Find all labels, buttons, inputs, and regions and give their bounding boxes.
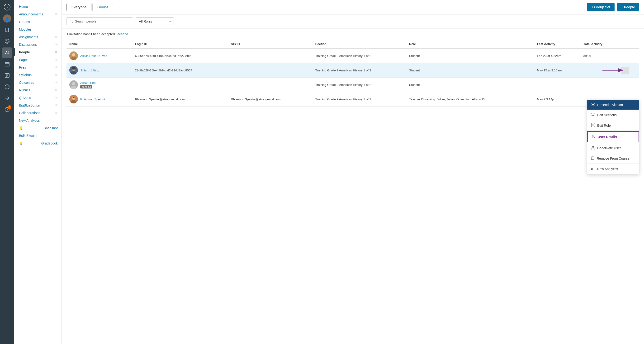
calendar-icon[interactable] [2,59,12,69]
svg-point-41 [593,135,594,137]
col-actions [618,40,639,48]
pending-badge: pending [80,85,92,88]
user-name-link[interactable]: Rhiannon Spetrini [80,97,105,101]
more-actions-button[interactable]: ⋮ [621,81,629,88]
svg-rect-27 [72,67,76,69]
group-set-button[interactable]: + Group Set [587,3,614,11]
sidebar-item-modules[interactable]: Modules [14,26,62,33]
top-actions: + Group Set + People [587,3,639,11]
notification-icon[interactable]: ? 3 [2,104,12,115]
people-icon[interactable] [2,47,12,58]
role-cell: Teacher Observing: Julian, Julian, Obser… [406,92,534,106]
sidebar-item-bulk-excuse[interactable]: Bulk Excuse [14,132,62,139]
sidebar-item-home[interactable]: Home [14,3,62,10]
menu-item-user-details[interactable]: User Details [587,131,639,142]
actions-cell: ⋮ [618,48,639,63]
search-input-wrap[interactable] [66,17,133,25]
eye-icon: 👁 [54,111,58,115]
svg-point-42 [592,146,594,148]
eye-icon: 👁 [54,12,58,16]
sidebar-item-syllabus[interactable]: Syllabus 👁 [14,71,62,79]
invitation-banner: 1 invitation hasn't been accepted. Resen… [66,32,639,36]
sidebar-item-discussions[interactable]: Discussions 👁 [14,41,62,48]
sidebar-item-outcomes[interactable]: Outcomes 👁 [14,79,62,86]
user-details-icon [592,134,595,139]
add-people-button[interactable]: + People [617,3,639,11]
sidebar-item-rubrics[interactable]: Rubrics 👁 [14,86,62,94]
search-input[interactable] [75,19,130,23]
sidebar-item-announcements[interactable]: Announcements 👁 [14,10,62,18]
svg-point-3 [6,40,8,42]
arrow-annotation [602,67,626,74]
sidebar-item-collaborations[interactable]: Collaborations 👁 [14,109,62,117]
col-login-id: Login ID [132,40,228,48]
eye-icon: 👁 [54,43,58,46]
menu-item-label: Edit Sections [597,113,617,117]
notification-badge: 3 [8,105,12,109]
more-actions-button[interactable]: ⋮ [621,52,629,59]
user-row: Rhiannon Spetrini [69,95,130,103]
sidebar-item-snapshot[interactable]: 💡 Snapshot [14,124,62,132]
search-icon [70,19,73,23]
logo-icon[interactable]: ✦ [2,2,12,12]
last-activity-cell [534,78,580,92]
sidebar-item-pages[interactable]: Pages 👁 [14,56,62,64]
menu-item-label: Deactivate User [597,146,621,150]
total-activity-cell [580,78,618,92]
menu-item-deactivate-user[interactable]: Deactivate User [587,143,639,153]
tab-everyone[interactable]: Everyone [66,3,92,11]
last-activity-cell: May 2 3:14p [534,92,580,106]
eye-icon: 👁 [54,73,58,77]
clock-icon[interactable] [2,82,12,92]
bookmark-icon[interactable] [2,25,12,35]
avatar [69,66,78,74]
sidebar-item-bigbluebutton[interactable]: BigBlueButton 👁 [14,101,62,109]
login-id-cell: 6386e678-43fd-4104-bb4b-6d1a6277ffc6 [132,48,228,63]
menu-item-edit-sections[interactable]: Edit Sections [587,110,639,120]
eye-icon: 👁 [54,66,58,69]
avatar [69,51,78,60]
svg-rect-6 [5,62,9,66]
eye-icon: 👁 [54,81,58,84]
eye-icon: 👁 [54,88,58,92]
svg-point-4 [6,51,7,52]
sidebar-item-gradebook[interactable]: 💡 Gradebook [14,139,62,147]
menu-item-resend-invitation[interactable]: Resend Invitation [587,100,639,110]
sidebar-item-people[interactable]: People 👁 [14,48,62,56]
sidebar-item-grades[interactable]: Grades [14,18,62,26]
login-id-cell [132,78,228,92]
tab-groups[interactable]: Groups [92,3,113,11]
scissors-icon [591,113,595,117]
sidebar-item-assignments[interactable]: Assignments 👁 [14,33,62,41]
menu-item-label: User Details [598,135,617,139]
resend-link[interactable]: Resend [116,32,128,36]
list-icon[interactable] [2,70,12,81]
col-name: Name [66,40,132,48]
profile-avatar[interactable]: 👤 [2,13,12,24]
chat-icon[interactable] [2,36,12,46]
actions-cell: ⋮ [618,63,639,78]
user-name-link[interactable]: Allison Kim [80,81,96,84]
menu-item-edit-role[interactable]: Edit Role [587,120,639,131]
svg-rect-48 [591,168,592,170]
context-menu: Resend Invitation Edit Sections Edit Rol… [587,100,639,174]
sidebar-item-quizzes[interactable]: Quizzes 👁 [14,94,62,101]
menu-item-new-analytics[interactable]: New Analytics [587,164,639,174]
user-name-link[interactable]: Alexis Rose DEMO [80,54,106,58]
svg-point-22 [72,53,75,56]
col-section: Section [312,40,406,48]
sidebar-item-files[interactable]: Files 👁 [14,64,62,71]
role-select[interactable]: All Roles Student Teacher Observer [136,17,174,25]
sidebar-item-new-analytics[interactable]: New Analytics [14,117,62,124]
icon-bar: ✦ 👤 ? 3 [0,0,14,344]
menu-item-remove-from-course[interactable]: Remove From Course [587,153,639,164]
user-row: Julian, Julian, [69,66,130,74]
login-id-cell: Rhiannon.Spetrini@strongmind.com [132,92,228,106]
arrow-icon[interactable] [2,93,12,103]
user-row: Allison Kim pending [69,80,130,89]
svg-rect-36 [591,103,595,106]
user-name-link[interactable]: Julian, Julian, [80,68,99,72]
top-bar: Everyone Groups + Group Set + People [62,0,644,14]
role-cell: Student [406,48,534,63]
menu-item-label: Edit Role [597,124,611,127]
